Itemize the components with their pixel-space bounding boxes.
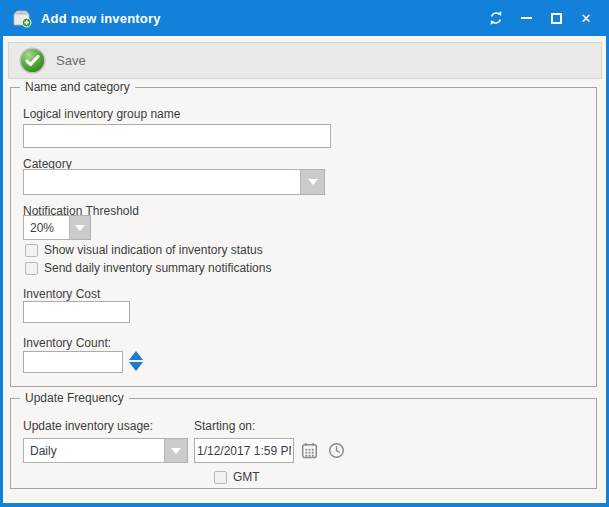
add-inventory-window: Add new inventory ✕ (0, 0, 609, 507)
close-button[interactable]: ✕ (571, 4, 601, 32)
clock-icon[interactable] (328, 442, 345, 459)
inventory-count-spinner[interactable] (129, 351, 143, 371)
calendar-icon[interactable] (301, 442, 318, 459)
minimize-icon (521, 17, 532, 19)
refresh-button[interactable] (481, 4, 511, 32)
inventory-add-icon (12, 8, 32, 28)
spinner-down-icon[interactable] (129, 362, 143, 371)
inventory-count-input[interactable] (23, 351, 123, 373)
visual-indication-checkbox[interactable] (25, 244, 38, 257)
gmt-checkbox-row[interactable]: GMT (214, 470, 260, 484)
window-controls: ✕ (481, 4, 601, 32)
save-label: Save (56, 53, 86, 68)
group-legend: Update Frequency (20, 391, 129, 405)
group-name-label: Logical inventory group name (23, 107, 180, 121)
category-value[interactable] (24, 170, 300, 194)
starting-on-input[interactable] (194, 438, 294, 463)
toolbar: Save (8, 42, 602, 79)
visual-indication-checkbox-row[interactable]: Show visual indication of inventory stat… (25, 243, 263, 257)
group-legend: Name and category (20, 80, 135, 94)
spinner-up-icon[interactable] (129, 351, 143, 360)
threshold-dropdown-button[interactable] (69, 216, 90, 239)
category-dropdown[interactable] (23, 169, 325, 195)
daily-summary-label: Send daily inventory summary notificatio… (44, 261, 271, 275)
refresh-icon (488, 10, 504, 26)
group-name-and-category: Name and category Logical inventory grou… (10, 87, 597, 387)
save-check-icon (19, 47, 46, 74)
maximize-button[interactable] (541, 4, 571, 32)
daily-summary-checkbox-row[interactable]: Send daily inventory summary notificatio… (25, 261, 271, 275)
update-usage-dropdown-button[interactable] (164, 439, 187, 462)
update-usage-label: Update inventory usage: (23, 419, 153, 433)
threshold-value[interactable]: 20% (24, 216, 69, 239)
visual-indication-label: Show visual indication of inventory stat… (44, 243, 263, 257)
window-body: Save Name and category Logical inventory… (3, 36, 606, 503)
gmt-checkbox[interactable] (214, 471, 227, 484)
inventory-count-label: Inventory Count: (23, 336, 111, 350)
chevron-down-icon (75, 225, 85, 231)
starting-on-label: Starting on: (194, 419, 255, 433)
threshold-dropdown[interactable]: 20% (23, 215, 91, 240)
update-usage-dropdown[interactable]: Daily (23, 438, 188, 463)
chevron-down-icon (171, 448, 181, 454)
daily-summary-checkbox[interactable] (25, 262, 38, 275)
maximize-icon (551, 13, 562, 24)
minimize-button[interactable] (511, 4, 541, 32)
gmt-label: GMT (233, 470, 260, 484)
chevron-down-icon (308, 179, 318, 185)
window-title: Add new inventory (41, 11, 161, 26)
category-dropdown-button[interactable] (300, 170, 324, 194)
save-button[interactable]: Save (9, 43, 100, 78)
inventory-cost-label: Inventory Cost (23, 287, 100, 301)
inventory-cost-input[interactable] (23, 301, 130, 323)
group-name-input[interactable] (23, 124, 331, 148)
update-usage-value[interactable]: Daily (24, 439, 164, 462)
group-update-frequency: Update Frequency Update inventory usage:… (10, 398, 597, 489)
title-bar[interactable]: Add new inventory ✕ (0, 0, 609, 36)
